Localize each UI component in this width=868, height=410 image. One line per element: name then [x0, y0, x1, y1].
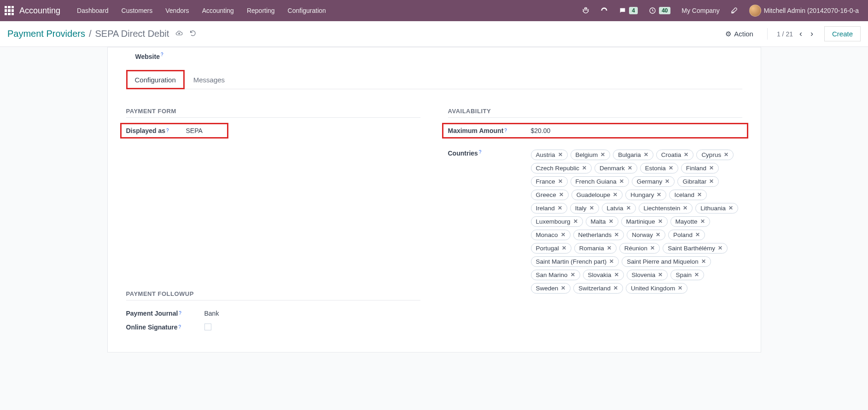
tag-remove-icon[interactable]: ✕: [626, 205, 631, 211]
action-button[interactable]: Action: [725, 30, 753, 38]
tag-remove-icon[interactable]: ✕: [619, 178, 624, 185]
tag-remove-icon[interactable]: ✕: [628, 165, 632, 171]
help-icon[interactable]: ?: [161, 52, 163, 57]
undo-icon[interactable]: [189, 29, 197, 38]
country-tag[interactable]: France✕: [531, 176, 568, 187]
tag-remove-icon[interactable]: ✕: [678, 285, 682, 291]
payment-journal-value[interactable]: Bank: [204, 310, 420, 317]
tag-remove-icon[interactable]: ✕: [683, 205, 687, 211]
country-tag[interactable]: Ireland✕: [531, 203, 567, 214]
country-tag[interactable]: French Guiana✕: [571, 176, 629, 187]
activities-icon[interactable]: 40: [644, 7, 675, 14]
tag-remove-icon[interactable]: ✕: [709, 178, 714, 185]
pager-next[interactable]: ›: [809, 28, 815, 40]
app-brand[interactable]: Accounting: [19, 6, 60, 16]
tag-remove-icon[interactable]: ✕: [644, 151, 648, 158]
country-tag[interactable]: Latvia✕: [602, 203, 636, 214]
country-tag[interactable]: Martinique✕: [621, 216, 668, 227]
nav-item-dashboard[interactable]: Dashboard: [70, 7, 115, 14]
country-tag[interactable]: San Marino✕: [531, 270, 580, 280]
country-tag[interactable]: Réunion✕: [619, 243, 660, 254]
tag-remove-icon[interactable]: ✕: [559, 191, 564, 198]
country-tag[interactable]: Bulgaria✕: [613, 150, 653, 160]
tag-remove-icon[interactable]: ✕: [571, 271, 575, 278]
nav-item-reporting[interactable]: Reporting: [240, 7, 281, 14]
country-tag[interactable]: Romania✕: [574, 243, 617, 254]
tag-remove-icon[interactable]: ✕: [558, 205, 562, 211]
countries-tags[interactable]: Austria✕Belgium✕Bulgaria✕Croatia✕Cyprus✕…: [531, 150, 742, 294]
tag-remove-icon[interactable]: ✕: [614, 231, 619, 238]
tag-remove-icon[interactable]: ✕: [613, 285, 618, 291]
tab-configuration[interactable]: Configuration: [126, 70, 185, 89]
tag-remove-icon[interactable]: ✕: [724, 151, 728, 158]
tag-remove-icon[interactable]: ✕: [709, 165, 714, 171]
country-tag[interactable]: Hungary✕: [625, 190, 666, 200]
country-tag[interactable]: Estonia✕: [640, 163, 678, 173]
nav-item-customers[interactable]: Customers: [115, 7, 159, 14]
country-tag[interactable]: Sweden✕: [531, 283, 571, 294]
tag-remove-icon[interactable]: ✕: [561, 231, 565, 238]
country-tag[interactable]: Liechtenstein✕: [639, 203, 693, 214]
company-switcher[interactable]: My Company: [677, 7, 724, 14]
tag-remove-icon[interactable]: ✕: [562, 245, 566, 251]
country-tag[interactable]: Slovakia✕: [583, 270, 624, 280]
country-tag[interactable]: Finland✕: [681, 163, 719, 173]
tag-remove-icon[interactable]: ✕: [701, 258, 706, 265]
country-tag[interactable]: Portugal✕: [531, 243, 571, 254]
country-tag[interactable]: Gibraltar✕: [677, 176, 719, 187]
tag-remove-icon[interactable]: ✕: [589, 205, 594, 211]
country-tag[interactable]: Malta✕: [586, 216, 618, 227]
tag-remove-icon[interactable]: ✕: [613, 191, 618, 198]
country-tag[interactable]: Austria✕: [531, 150, 568, 160]
country-tag[interactable]: Mayotte✕: [670, 216, 710, 227]
country-tag[interactable]: Guadeloupe✕: [571, 190, 623, 200]
country-tag[interactable]: Italy✕: [570, 203, 599, 214]
tag-remove-icon[interactable]: ✕: [657, 191, 661, 198]
tag-remove-icon[interactable]: ✕: [695, 231, 700, 238]
tag-remove-icon[interactable]: ✕: [658, 218, 663, 225]
tag-remove-icon[interactable]: ✕: [558, 151, 563, 158]
tag-remove-icon[interactable]: ✕: [558, 178, 563, 185]
country-tag[interactable]: Germany✕: [632, 176, 675, 187]
country-tag[interactable]: Monaco✕: [531, 230, 571, 240]
breadcrumb-parent[interactable]: Payment Providers: [7, 29, 85, 39]
tag-remove-icon[interactable]: ✕: [684, 151, 688, 158]
tag-remove-icon[interactable]: ✕: [609, 258, 614, 265]
pager-text[interactable]: 1 / 21: [777, 30, 793, 38]
cloud-icon[interactable]: [175, 29, 183, 38]
country-tag[interactable]: Belgium✕: [571, 150, 611, 160]
nav-item-accounting[interactable]: Accounting: [196, 7, 240, 14]
country-tag[interactable]: Luxembourg✕: [531, 216, 583, 227]
country-tag[interactable]: Saint Pierre and Miquelon✕: [622, 256, 711, 267]
country-tag[interactable]: Norway✕: [627, 230, 665, 240]
tag-remove-icon[interactable]: ✕: [669, 165, 673, 171]
tag-remove-icon[interactable]: ✕: [697, 191, 702, 198]
country-tag[interactable]: Croatia✕: [656, 150, 694, 160]
user-menu[interactable]: Mitchell Admin (20142070-16-0-a: [745, 5, 863, 17]
country-tag[interactable]: United Kingdom✕: [626, 283, 687, 294]
country-tag[interactable]: Czech Republic✕: [531, 163, 592, 173]
country-tag[interactable]: Denmark✕: [594, 163, 637, 173]
apps-icon[interactable]: [5, 6, 14, 15]
tag-remove-icon[interactable]: ✕: [609, 218, 613, 225]
country-tag[interactable]: Slovenia✕: [627, 270, 668, 280]
help-icon[interactable]: ?: [504, 128, 507, 133]
tag-remove-icon[interactable]: ✕: [718, 245, 722, 251]
tag-remove-icon[interactable]: ✕: [665, 178, 670, 185]
country-tag[interactable]: Cyprus✕: [696, 150, 734, 160]
help-icon[interactable]: ?: [179, 311, 181, 316]
bug-icon[interactable]: [577, 7, 594, 14]
tag-remove-icon[interactable]: ✕: [658, 271, 663, 278]
help-icon[interactable]: ?: [179, 324, 181, 329]
country-tag[interactable]: Poland✕: [668, 230, 705, 240]
maximum-amount-value[interactable]: $20.00: [531, 127, 742, 134]
country-tag[interactable]: Greece✕: [531, 190, 569, 200]
tag-remove-icon[interactable]: ✕: [700, 218, 705, 225]
tag-remove-icon[interactable]: ✕: [573, 218, 578, 225]
nav-item-vendors[interactable]: Vendors: [159, 7, 195, 14]
country-tag[interactable]: Iceland✕: [669, 190, 707, 200]
tag-remove-icon[interactable]: ✕: [656, 231, 660, 238]
country-tag[interactable]: Netherlands✕: [573, 230, 624, 240]
support-icon[interactable]: [596, 7, 612, 14]
country-tag[interactable]: Lithuania✕: [695, 203, 738, 214]
